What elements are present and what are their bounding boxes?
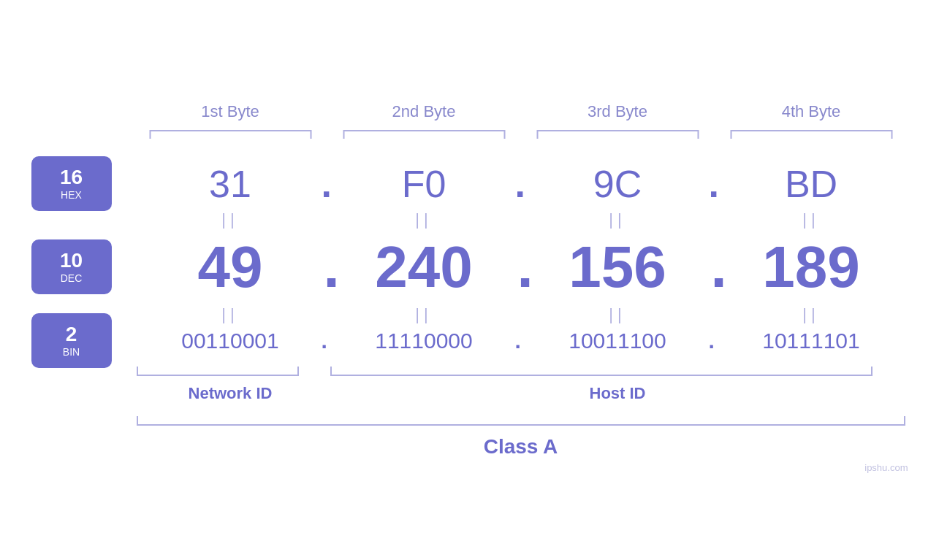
dec-badge: 10 DEC bbox=[31, 239, 112, 294]
id-labels-row: Network ID Host ID bbox=[31, 384, 908, 403]
top-bracket-row bbox=[31, 127, 908, 140]
eq-4: || bbox=[715, 210, 908, 229]
bin-val-1: 00110001 bbox=[134, 329, 327, 353]
eq-1: || bbox=[134, 210, 327, 229]
top-bracket-3 bbox=[521, 127, 715, 140]
byte-label-3: 3rd Byte bbox=[521, 102, 715, 121]
eq2-1: || bbox=[134, 305, 327, 324]
hex-base-num: 16 bbox=[60, 166, 83, 189]
bin-base-num: 2 bbox=[66, 323, 77, 346]
bottom-bracket-row bbox=[31, 364, 908, 378]
dec-base-num: 10 bbox=[60, 250, 83, 272]
class-row: Class A bbox=[31, 435, 908, 459]
hex-val-4: BD bbox=[715, 162, 908, 206]
dec-row: 10 DEC 49 . 240 . 156 . 189 bbox=[31, 234, 908, 301]
class-label: Class A bbox=[134, 435, 908, 459]
class-bracket-row bbox=[31, 413, 908, 431]
bin-val-4: 10111101 bbox=[715, 329, 908, 353]
dec-base-label: DEC bbox=[61, 272, 83, 284]
top-bracket-4 bbox=[715, 127, 908, 140]
top-bracket-1 bbox=[134, 127, 327, 140]
watermark: ipshu.com bbox=[864, 462, 908, 473]
hex-base-label: HEX bbox=[61, 189, 82, 201]
byte-labels-row: 1st Byte 2nd Byte 3rd Byte 4th Byte bbox=[31, 102, 908, 121]
top-bracket-2 bbox=[327, 127, 521, 140]
bin-val-3: 10011100 bbox=[521, 329, 715, 353]
hex-val-1: 31 bbox=[134, 162, 327, 206]
dec-val-2: 240 bbox=[327, 234, 521, 301]
bin-row: 2 BIN 00110001 . 11110000 . 10011100 . 1… bbox=[31, 329, 908, 353]
byte-label-4: 4th Byte bbox=[715, 102, 908, 121]
hex-badge: 16 HEX bbox=[31, 156, 112, 211]
byte-label-2: 2nd Byte bbox=[327, 102, 521, 121]
byte-label-1: 1st Byte bbox=[134, 102, 327, 121]
network-id-label: Network ID bbox=[134, 384, 327, 403]
host-id-bracket bbox=[327, 364, 908, 378]
hex-row: 16 HEX 31 . F0 . 9C . BD bbox=[31, 162, 908, 206]
dec-val-3: 156 bbox=[521, 234, 715, 301]
network-id-bracket bbox=[134, 364, 327, 378]
bin-badge: 2 BIN bbox=[31, 313, 112, 368]
eq2-3: || bbox=[521, 305, 715, 324]
dec-val-4: 189 bbox=[715, 234, 908, 301]
bin-base-label: BIN bbox=[63, 346, 80, 358]
bin-val-2: 11110000 bbox=[327, 329, 521, 353]
dec-val-1: 49 bbox=[134, 234, 327, 301]
equals-row-2: || || || || bbox=[31, 305, 908, 324]
eq-2: || bbox=[327, 210, 521, 229]
hex-val-2: F0 bbox=[327, 162, 521, 206]
eq-3: || bbox=[521, 210, 715, 229]
equals-row-1: || || || || bbox=[31, 210, 908, 229]
hex-val-3: 9C bbox=[521, 162, 715, 206]
host-id-label: Host ID bbox=[327, 384, 908, 403]
eq2-2: || bbox=[327, 305, 521, 324]
eq2-4: || bbox=[715, 305, 908, 324]
